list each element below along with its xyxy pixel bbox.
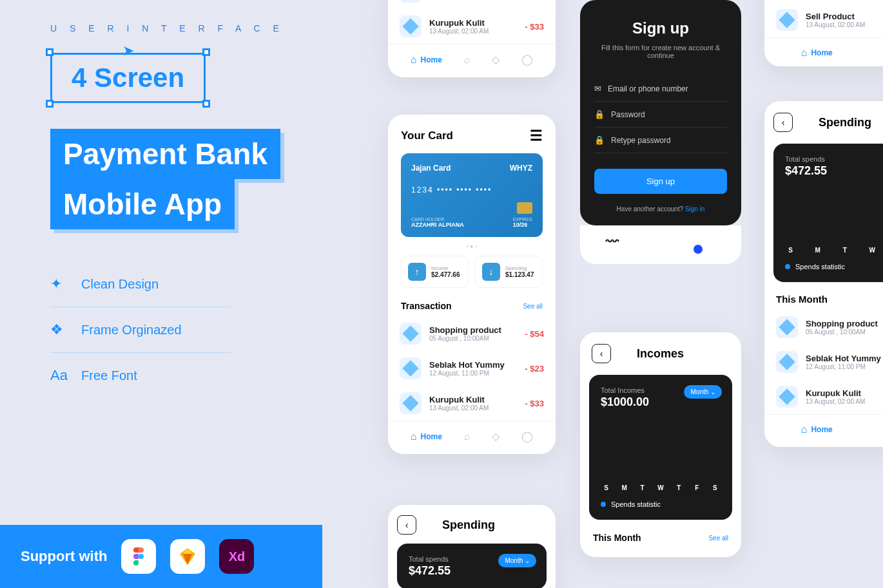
spending-stat[interactable]: ↓Spending$1.123.47 <box>475 256 543 288</box>
badge-text: 4 Screen <box>50 53 206 103</box>
back-button[interactable]: ‹ <box>592 344 611 363</box>
home-icon: ⌂ <box>801 47 808 59</box>
home-icon: ⌂ <box>801 424 808 435</box>
signup-subtitle: Fill this form for create new account & … <box>594 44 727 59</box>
tx-row[interactable]: Seblak Hot Yummy12 August, 11:00 PM- $23 <box>388 0 556 9</box>
badge-frame: ➤ 4 Screen <box>50 53 206 103</box>
search-icon: ⌕ <box>464 54 471 66</box>
nav-search[interactable]: ⌕ <box>464 430 471 442</box>
signin-link[interactable]: Sign in <box>685 205 705 213</box>
signup-title: Sign up <box>594 19 727 37</box>
chip-icon <box>517 202 532 214</box>
tx-row[interactable]: Shopping product05 August , 10:00AM- $54 <box>388 316 556 351</box>
bell-icon: ◇ <box>492 430 500 442</box>
transaction-header: Transaction <box>401 301 452 311</box>
tx-row[interactable]: Seblak Hot Yummy12 August, 11:00 PM- $23 <box>388 351 556 386</box>
sketch-icon <box>170 539 205 574</box>
income-stat[interactable]: ↑Income$2.477.66 <box>401 256 469 288</box>
back-button[interactable]: ‹ <box>397 515 416 535</box>
phone-incomes: ‹Incomes Total Incomes$1000.00 Month ⌄ S… <box>580 332 741 557</box>
see-all-link[interactable]: See all <box>708 535 728 542</box>
page-title: Spending <box>442 518 495 532</box>
tx-row[interactable]: Kurupuk Kulit13 August, 02:00 AM- $33 <box>388 386 556 421</box>
phone-transactions-top: Seblak Hot Yummy12 August, 11:00 PM- $23… <box>388 0 556 77</box>
tx-row[interactable]: Kurupuk Kulit13 August, 02:00 AM <box>764 379 883 414</box>
svg-point-0 <box>139 554 144 559</box>
support-bar: Support with Xd <box>0 525 322 588</box>
search-icon: ⌕ <box>464 431 471 442</box>
email-field[interactable]: ✉Email or phone number <box>594 76 727 102</box>
cube-icon <box>400 0 422 3</box>
spending-chart: S M T W T <box>785 189 883 254</box>
nav-search[interactable]: ⌕ <box>464 53 471 66</box>
nav-home[interactable]: ⌂Home <box>801 424 833 435</box>
deco-wave: 〰 <box>606 234 619 249</box>
up-arrow-icon: ↑ <box>408 263 426 281</box>
nav-home[interactable]: ⌂Home <box>411 53 442 66</box>
phone-spending-peek: ‹Spending Total spends$472.55Month ⌄ <box>388 505 556 588</box>
page-title: Spending <box>819 116 871 129</box>
this-month-header: This Month <box>593 533 641 543</box>
user-icon: ◯ <box>521 430 533 442</box>
tx-row[interactable]: Sell Product13 August, 02:00 AM <box>764 3 883 37</box>
password-field[interactable]: 🔒Password <box>594 102 727 128</box>
mail-icon: ✉ <box>594 84 601 93</box>
tx-row[interactable]: Shopping product05 August , 10:00AM <box>764 310 883 345</box>
retype-password-field[interactable]: 🔒Retype password <box>594 128 727 153</box>
xd-icon: Xd <box>219 539 254 574</box>
home-icon: ⌂ <box>411 54 417 66</box>
home-icon: ⌂ <box>411 431 417 442</box>
nav-profile[interactable]: ◯ <box>521 430 533 442</box>
nav-home[interactable]: ⌂Home <box>411 430 442 442</box>
nav-notif[interactable]: ◇ <box>492 430 500 442</box>
figma-icon <box>121 539 156 574</box>
tx-row[interactable]: Kurupuk Kulit13 August, 02:00 AM- $33 <box>388 9 556 44</box>
income-chart: S M T W T F S <box>601 421 721 491</box>
phone-your-card: Your Card☰ Jajan CardWHYZ 1234 •••• ••••… <box>388 115 556 454</box>
feature-font: AaFree Font <box>50 353 231 398</box>
phone-spending: ‹Spending Total spends$472.55 S M T W T … <box>764 101 883 447</box>
signup-button[interactable]: Sign up <box>594 169 727 194</box>
menu-icon[interactable]: ☰ <box>530 128 543 144</box>
phone-signup: Sign up Fill this form for create new ac… <box>580 0 741 268</box>
sparkle-icon: ✦ <box>50 276 68 292</box>
see-all-link[interactable]: See all <box>523 303 543 310</box>
feature-clean: ✦Clean Design <box>50 261 231 307</box>
cube-icon <box>400 15 422 37</box>
down-arrow-icon: ↓ <box>482 263 500 281</box>
card-title: Your Card <box>401 129 453 142</box>
eyebrow-text: U S E R I N T E R F A C E <box>50 23 321 33</box>
back-button[interactable]: ‹ <box>773 113 793 132</box>
title-line-2: Mobile App <box>50 179 235 229</box>
lock-icon: 🔒 <box>594 135 605 145</box>
month-dropdown[interactable]: Month ⌄ <box>684 385 722 399</box>
this-month-header: This Month <box>764 282 883 310</box>
phone-sell-top: 12 August, 11:00 PM Sell Product13 Augus… <box>764 0 883 66</box>
user-icon: ◯ <box>521 53 533 66</box>
signup-footer: Have another account? Sign in <box>594 205 727 213</box>
credit-card[interactable]: Jajan CardWHYZ 1234 •••• •••• •••• CARD … <box>401 153 543 237</box>
font-icon: Aa <box>50 367 68 384</box>
tx-row[interactable]: Seblak Hot Yummy12 August, 11:00 PM <box>764 345 883 379</box>
deco-dot <box>694 245 703 254</box>
lock-icon: 🔒 <box>594 109 605 119</box>
layers-icon: ❖ <box>50 321 68 338</box>
bell-icon: ◇ <box>492 53 500 66</box>
pagination-dots[interactable]: ○ ● ○ <box>388 237 556 256</box>
month-dropdown[interactable]: Month ⌄ <box>498 554 536 567</box>
nav-profile[interactable]: ◯ <box>521 53 533 66</box>
title-line-1: Payment Bank <box>50 129 280 179</box>
page-title: Incomes <box>637 347 684 361</box>
nav-home[interactable]: ⌂Home <box>801 47 833 59</box>
nav-notif[interactable]: ◇ <box>492 53 500 66</box>
feature-frame: ❖Frame Orginazed <box>50 307 231 353</box>
